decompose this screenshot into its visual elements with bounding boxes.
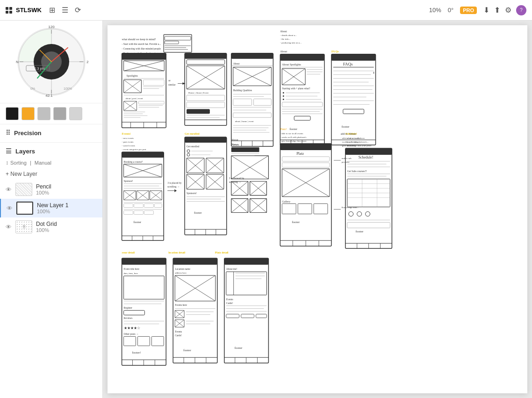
dot-grid-icon: ⠿ — [22, 224, 26, 230]
svg-point-195 — [187, 150, 190, 152]
layer-thumbnail-pencil — [15, 183, 32, 196]
layer-item-pencil[interactable]: 👁 Pencil 100% — [0, 180, 102, 199]
svg-text:- details about a...: - details about a... — [280, 34, 296, 36]
svg-rect-247 — [280, 144, 331, 150]
wireframe-mid-1: Events! - new events - past events - sav… — [122, 132, 164, 240]
sorting-row: ↕ Sorting | Manual — [0, 158, 102, 168]
wireframe-about: About About Spotlights Sta — [280, 50, 324, 145]
dial-section: 120 2.7 42.1 N ≡ 2.3 pts 0% — [0, 21, 102, 103]
svg-rect-180 — [134, 210, 143, 214]
layer-info-pencil: Pencil 100% — [36, 183, 97, 195]
wireframe-faqs: FA Qs FAQs — [331, 50, 376, 145]
sidebar: 120 2.7 42.1 N ≡ 2.3 pts 0% — [0, 21, 103, 398]
canvas-inner[interactable]: what should we keep in mind? - Start wit… — [108, 25, 527, 393]
svg-point-290 — [366, 211, 370, 216]
canvas-area[interactable]: what should we keep in mind? - Start wit… — [103, 21, 532, 398]
svg-rect-316 — [137, 336, 150, 346]
topbar-right: 10% 0° PRO ⬇ ⬆ ⚙ ? — [429, 5, 526, 15]
svg-text:similar: similar — [168, 84, 175, 87]
svg-rect-174 — [124, 204, 133, 208]
svg-text:0%: 0% — [30, 87, 35, 90]
svg-text:scrolling →: scrolling → — [167, 185, 180, 188]
svg-text:Cards!: Cards! — [226, 302, 233, 304]
layer-item-dot-grid[interactable]: 👁 ⠿ Dot Grid 100% — [0, 217, 102, 236]
svg-rect-363 — [241, 314, 254, 318]
svg-rect-46 — [138, 101, 164, 104]
svg-text:about | home | event: about | home | event — [235, 120, 254, 123]
svg-rect-259 — [298, 204, 312, 214]
svg-text:date, time, here: date, time, here — [124, 272, 138, 275]
layer-visibility-new-layer-1[interactable]: 👁 — [7, 205, 13, 212]
svg-text:- saved events: - saved events — [122, 145, 135, 147]
svg-text:- Connecting with like-minded : - Connecting with like-minded people — [122, 47, 161, 50]
svg-rect-69 — [187, 109, 210, 114]
sorting-separator: | — [29, 160, 33, 166]
color-swatch-gray1[interactable] — [37, 107, 50, 120]
wireframe-news: About News — [231, 138, 259, 156]
wireframe-bottom-3: About me! Events Cards! — [224, 258, 269, 363]
color-swatch-gray3[interactable] — [69, 107, 82, 120]
color-swatch-yellow[interactable] — [22, 107, 35, 120]
svg-rect-350 — [224, 258, 269, 265]
svg-text:- able to see in all events: - able to see in all events — [280, 132, 303, 135]
svg-text:Platz: Platz — [296, 152, 304, 156]
svg-rect-100 — [280, 54, 324, 61]
zoom-stat: 10% — [429, 7, 441, 14]
svg-text:- Start with the search bar. P: - Start with the search bar. Provide a..… — [122, 43, 161, 45]
svg-rect-193 — [185, 137, 227, 143]
svg-text:Spotlights: Spotlights — [127, 74, 138, 77]
svg-text:About: About — [231, 138, 238, 141]
svg-text:- past events: - past events — [122, 141, 134, 143]
svg-text:Platz!: Platz! — [280, 128, 287, 130]
svg-point-110 — [283, 92, 284, 94]
svg-text:Get enrolled: Get enrolled — [187, 145, 199, 148]
svg-marker-190 — [174, 189, 177, 192]
svg-text:- able to view in all above: - able to view in all above — [341, 137, 365, 139]
svg-rect-249 — [282, 157, 330, 161]
color-swatch-gray2[interactable] — [53, 107, 66, 120]
radial-dial[interactable]: 120 2.7 42.1 N ≡ 2.3 pts 0% — [14, 24, 89, 99]
layers-header[interactable]: ☰ Layers — [0, 143, 102, 158]
svg-text:≡ 2.3 pts: ≡ 2.3 pts — [31, 66, 44, 71]
svg-text:Sponsor!: Sponsor! — [124, 180, 133, 182]
svg-rect-349 — [224, 258, 269, 363]
svg-rect-239 — [231, 147, 259, 152]
new-layer-label: + New Layer — [6, 171, 37, 177]
annotations-top-right: About: - details about a... - the info..… — [280, 30, 302, 44]
settings-icon[interactable]: ⚙ — [505, 6, 511, 14]
avatar[interactable]: ? — [516, 5, 526, 15]
color-swatch-black[interactable] — [6, 107, 19, 120]
layer-item-new-layer-1[interactable]: 👁 New Layer 1 100% — [0, 199, 102, 217]
svg-text:footer!: footer! — [132, 351, 141, 355]
svg-text:Get enrolled: Get enrolled — [185, 132, 200, 135]
list-icon[interactable]: ☰ — [62, 6, 68, 14]
svg-rect-88 — [233, 113, 272, 117]
svg-rect-273 — [345, 148, 392, 155]
layer-visibility-pencil[interactable]: 👁 — [6, 186, 12, 193]
svg-text:- the info...: - the info... — [280, 38, 290, 40]
wireframe-mobile-3: About Building Qualities — [231, 53, 273, 146]
svg-point-114 — [283, 99, 284, 100]
svg-rect-192 — [185, 137, 227, 235]
svg-text:footer: footer — [134, 220, 142, 224]
svg-rect-75 — [231, 53, 273, 59]
precision-section: ⠿ Precision — [0, 124, 102, 143]
wireframe-schedule: Schedule! - what we want - how to learn … — [345, 132, 392, 248]
wireframe-mid-2: Get enrolled Get enrolled — [185, 132, 227, 235]
pro-badge[interactable]: PRO — [460, 7, 477, 14]
layer-name-pencil: Pencil — [36, 183, 97, 190]
svg-text:- event categories per post: - event categories per post — [122, 148, 147, 151]
svg-text:Starting with + plans what?: Starting with + plans what? — [282, 87, 310, 90]
svg-rect-29 — [122, 53, 166, 60]
rotation-value: 0° — [448, 7, 453, 14]
lasso-icon[interactable]: ⟳ — [75, 6, 81, 14]
grid-icon[interactable]: ⊞ — [49, 6, 55, 14]
new-layer-button[interactable]: + New Layer — [0, 168, 102, 180]
precision-header[interactable]: ⠿ Precision — [0, 124, 102, 139]
upload-icon[interactable]: ⬆ — [494, 6, 500, 14]
layer-visibility-dot-grid[interactable]: 👁 — [6, 224, 12, 231]
svg-text:Cards!: Cards! — [175, 334, 182, 337]
svg-text:Other posts →: Other posts → — [124, 333, 139, 335]
download-icon[interactable]: ⬇ — [483, 6, 489, 14]
app-logo[interactable]: STLSWK — [6, 7, 42, 14]
